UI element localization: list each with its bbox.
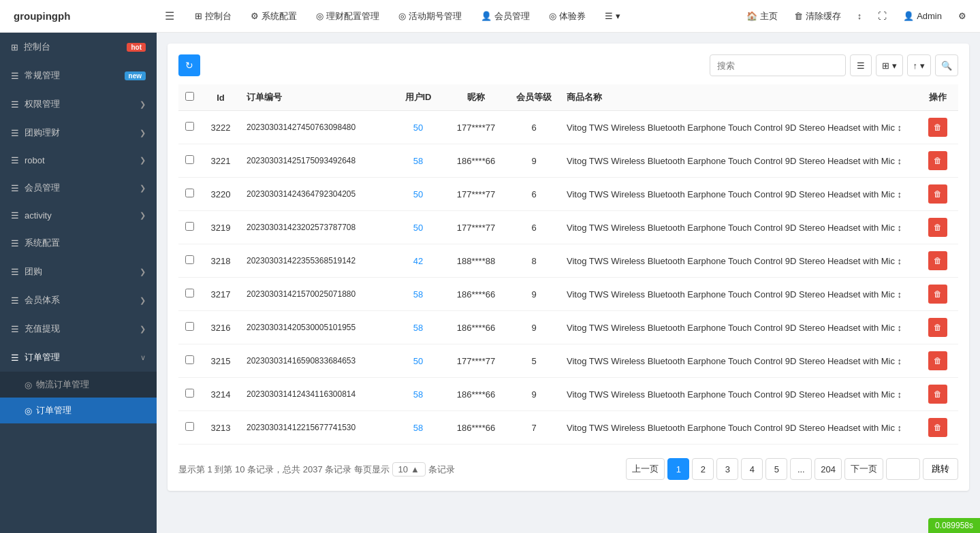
action-column-header: 操作 (917, 84, 958, 111)
row-user-id[interactable]: 58 (391, 411, 445, 445)
prev-page-button[interactable]: 上一页 (626, 458, 665, 480)
level-column-header: 会员等级 (507, 84, 561, 111)
sidebar-item-group-finance[interactable]: ☰ 团购理财 ❯ (0, 118, 157, 147)
nav-finance[interactable]: ◎ 理财配置管理 (306, 0, 389, 33)
search-input[interactable] (710, 54, 846, 76)
row-product: Vitog TWS Wireless Bluetooth Earphone To… (561, 178, 917, 211)
sidebar-item-recharge[interactable]: ☰ 充值提现 ❯ (0, 314, 157, 343)
sidebar-item-general[interactable]: ☰ 常规管理 new (0, 61, 157, 90)
sidebar-item-group-buy[interactable]: ☰ 团购 ❯ (0, 257, 157, 286)
delete-button[interactable]: 🗑 (928, 318, 947, 337)
jump-button[interactable]: 跳转 (923, 458, 958, 480)
sidebar-sub-item-logistics[interactable]: ◎ 物流订单管理 (0, 372, 157, 398)
sidebar-item-robot[interactable]: ☰ robot ❯ (0, 147, 157, 174)
row-user-id[interactable]: 50 (391, 178, 445, 211)
grid-view-button[interactable]: ⊞ ▾ (876, 54, 903, 76)
page-last-button[interactable]: 204 (815, 458, 842, 480)
delete-button[interactable]: 🗑 (928, 184, 947, 204)
sidebar: ⊞ 控制台 hot ☰ 常规管理 new ☰ 权限管理 ❯ ☰ 团购理财 ❯ (0, 33, 157, 533)
row-checkbox[interactable] (185, 255, 194, 264)
search-button[interactable]: 🔍 (935, 54, 958, 76)
sidebar-item-dashboard[interactable]: ⊞ 控制台 hot (0, 33, 157, 61)
delete-button[interactable]: 🗑 (928, 218, 947, 237)
sidebar-item-permissions[interactable]: ☰ 权限管理 ❯ (0, 90, 157, 118)
row-checkbox[interactable] (185, 222, 194, 231)
order-mgmt-sidebar-icon: ☰ (11, 353, 19, 363)
nav-admin[interactable]: 👤 Admin (898, 0, 947, 33)
sidebar-item-member-mgmt[interactable]: ☰ 会员管理 ❯ (0, 174, 157, 202)
nav-dashboard[interactable]: ⊞ 控制台 (185, 0, 241, 33)
nav-more[interactable]: ☰ ▾ (595, 0, 630, 33)
table-body: 3222 20230303142745076309848​0 50 177***… (178, 111, 958, 445)
delete-button[interactable]: 🗑 (928, 385, 947, 404)
nav-clear-cache[interactable]: 🗑 清除缓存 (789, 0, 847, 33)
sidebar-sub-item-order[interactable]: ◎ 订单管理 (0, 398, 157, 423)
row-user-id[interactable]: 58 (391, 278, 445, 311)
order-sub-menu: ◎ 物流订单管理 ◎ 订单管理 (0, 372, 157, 423)
delete-button[interactable]: 🗑 (928, 118, 947, 137)
nav-member[interactable]: 👤 会员管理 (471, 0, 539, 33)
select-all-checkbox[interactable] (185, 92, 194, 101)
row-user-id[interactable]: 58 (391, 144, 445, 178)
row-user-id[interactable]: 50 (391, 211, 445, 244)
sidebar-item-order-mgmt[interactable]: ☰ 订单管理 ∨ (0, 343, 157, 372)
sidebar-item-member-system[interactable]: ☰ 会员体系 ❯ (0, 286, 157, 314)
row-nick: 188****88 (445, 244, 507, 278)
chevron-right-icon-7: ❯ (140, 296, 146, 305)
row-user-id[interactable]: 50 (391, 111, 445, 144)
admin-icon: 👤 (903, 11, 914, 21)
nav-home[interactable]: 🏠 主页 (741, 0, 783, 33)
row-level: 6 (507, 178, 561, 211)
row-id: 3214 (200, 378, 241, 411)
row-user-id[interactable]: 50 (391, 344, 445, 378)
page-4-button[interactable]: 4 (741, 458, 763, 480)
row-user-id[interactable]: 58 (391, 311, 445, 344)
delete-button[interactable]: 🗑 (928, 285, 947, 304)
row-checkbox[interactable] (185, 155, 194, 164)
row-level: 6 (507, 111, 561, 144)
sidebar-item-system-config[interactable]: ☰ 系统配置 (0, 229, 157, 257)
row-checkbox[interactable] (185, 389, 194, 398)
nav-system-config[interactable]: ⚙ 系统配置 (241, 0, 306, 33)
nav-settings[interactable]: ⚙ (953, 0, 972, 33)
row-user-id[interactable]: 58 (391, 378, 445, 411)
row-product: Vitog TWS Wireless Bluetooth Earphone To… (561, 211, 917, 244)
nav-fullscreen[interactable]: ⛶ (872, 0, 892, 33)
row-checkbox-cell (178, 211, 200, 244)
delete-button[interactable]: 🗑 (928, 351, 947, 370)
row-user-id[interactable]: 42 (391, 244, 445, 278)
table-row: 3221 202303031425175093492648 58 186****… (178, 144, 958, 178)
per-page-select[interactable]: 10 ▲ (392, 462, 426, 477)
page-3-button[interactable]: 3 (716, 458, 738, 480)
nav-resize[interactable]: ↕ (852, 0, 868, 33)
list-view-button[interactable]: ☰ (850, 54, 872, 76)
coupon-nav-icon: ◎ (549, 11, 556, 21)
page-jump-input[interactable] (886, 458, 920, 480)
delete-button[interactable]: 🗑 (928, 151, 947, 170)
row-checkbox-cell (178, 144, 200, 178)
export-button[interactable]: ↑ ▾ (907, 54, 932, 76)
sidebar-item-activity[interactable]: ☰ activity ❯ (0, 202, 157, 229)
row-order-no: 202303031422355368519142 (241, 244, 391, 278)
nav-coupon[interactable]: ◎ 体验券 (539, 0, 595, 33)
row-checkbox[interactable] (185, 322, 194, 331)
row-checkbox[interactable] (185, 122, 194, 131)
page-2-button[interactable]: 2 (692, 458, 714, 480)
next-page-button[interactable]: 下一页 (844, 458, 883, 480)
row-checkbox[interactable] (185, 422, 194, 431)
member-mgmt-sidebar-icon: ☰ (11, 183, 19, 193)
delete-button[interactable]: 🗑 (928, 418, 947, 437)
page-1-button[interactable]: 1 (667, 458, 689, 480)
page-5-button[interactable]: 5 (765, 458, 787, 480)
row-checkbox-cell (178, 111, 200, 144)
delete-button[interactable]: 🗑 (928, 251, 947, 270)
menu-toggle-icon[interactable]: ☰ (165, 10, 174, 22)
table-row: 3222 20230303142745076309848​0 50 177***… (178, 111, 958, 144)
nav-activity-period[interactable]: ◎ 活动期号管理 (389, 0, 471, 33)
refresh-button[interactable]: ↻ (178, 54, 200, 76)
row-nick: 186****66 (445, 411, 507, 445)
row-checkbox[interactable] (185, 289, 194, 297)
row-level: 9 (507, 311, 561, 344)
row-checkbox[interactable] (185, 189, 194, 197)
row-checkbox[interactable] (185, 355, 194, 364)
